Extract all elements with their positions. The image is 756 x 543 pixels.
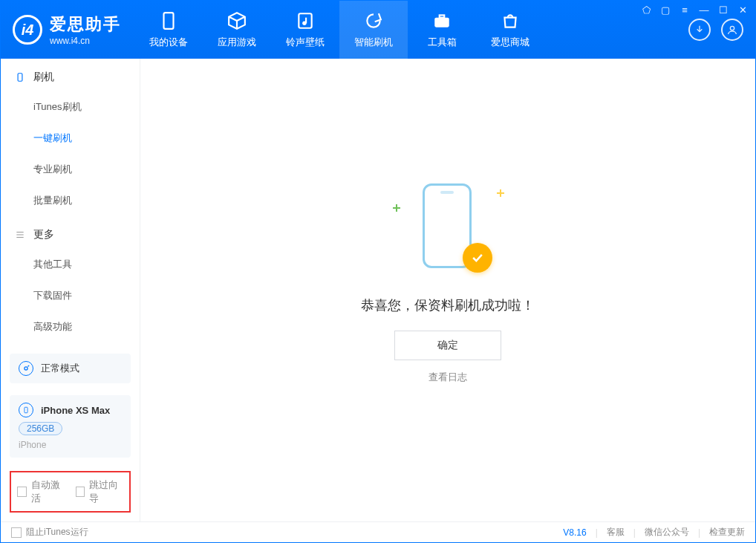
device-name: iPhone XS Max [41,405,110,416]
tab-flash[interactable]: 智能刷机 [339,1,408,59]
mode-label: 正常模式 [41,362,79,375]
tab-apps[interactable]: 应用游戏 [203,1,271,59]
footer-link-check-update[interactable]: 检查更新 [709,526,745,539]
list-icon [14,229,26,241]
sidebar-item-other-tools[interactable]: 其他工具 [33,249,140,280]
checkmark-badge-icon [463,243,492,273]
sparkle-icon [393,204,400,212]
success-message: 恭喜您，保资料刷机成功啦！ [361,296,535,314]
mode-icon [19,361,33,376]
menu-icon[interactable]: ≡ [679,4,691,16]
bag-icon [500,10,521,31]
tab-label: 应用游戏 [218,36,256,49]
checkbox-icon [17,487,27,497]
section-title: 更多 [33,228,54,241]
sidebar-item-oneclick-flash[interactable]: 一键刷机 [33,123,140,154]
tab-toolbox[interactable]: 工具箱 [408,1,476,59]
checkbox-skip-guide[interactable]: 跳过向导 [76,478,124,505]
checkbox-icon [11,527,22,538]
logo-text: 爱思助手 www.i4.cn [50,13,121,46]
separator: | [596,527,598,538]
sidebar-list-more: 其他工具 下载固件 高级功能 [1,249,140,342]
section-title: 刷机 [33,71,54,84]
sidebar-item-pro-flash[interactable]: 专业刷机 [33,154,140,185]
device-icon [19,403,33,417]
app-title: 爱思助手 [50,13,121,36]
logo-icon: i4 [13,15,42,45]
tab-label: 工具箱 [428,36,457,49]
svg-rect-6 [18,74,22,82]
sidebar-section-flash: 刷机 [1,59,140,91]
checkbox-auto-activate[interactable]: 自动激活 [17,478,65,505]
separator: | [698,527,700,538]
sidebar-item-batch-flash[interactable]: 批量刷机 [33,185,140,216]
maximize-button[interactable]: ☐ [717,4,729,16]
logo[interactable]: i4 爱思助手 www.i4.cn [1,13,134,46]
tab-label: 我的设备 [149,36,188,49]
sparkle-icon [497,189,504,197]
sidebar-item-advanced[interactable]: 高级功能 [33,311,140,342]
footer-link-wechat[interactable]: 微信公众号 [645,526,689,539]
close-button[interactable]: ✕ [737,4,749,16]
sidebar-list-flash: iTunes刷机 一键刷机 专业刷机 批量刷机 [1,91,140,216]
nav-tabs: 我的设备 应用游戏 铃声壁纸 智能刷机 工具箱 爱思商城 [134,1,544,59]
toolbox-icon [431,10,452,31]
account-button[interactable] [721,19,743,41]
device-card[interactable]: iPhone XS Max 256GB iPhone [10,395,131,458]
svg-point-5 [730,26,734,30]
tab-my-device[interactable]: 我的设备 [134,1,203,59]
options-box: 自动激活 跳过向导 [10,471,131,513]
svg-point-2 [303,22,306,25]
phone-icon [158,10,179,31]
tab-label: 智能刷机 [354,36,393,49]
footer: 阻止iTunes运行 V8.16 | 客服 | 微信公众号 | 检查更新 [1,521,755,542]
sidebar-section-more: 更多 [1,216,140,249]
success-illustration [396,175,500,279]
tab-store[interactable]: 爱思商城 [476,1,544,59]
svg-rect-4 [440,15,445,17]
svg-rect-8 [25,407,27,413]
skin-icon[interactable]: ▢ [659,4,671,16]
music-icon [295,10,316,31]
sidebar-item-itunes-flash[interactable]: iTunes刷机 [33,91,140,123]
svg-rect-3 [434,18,449,27]
tab-ringtone[interactable]: 铃声壁纸 [271,1,339,59]
svg-point-7 [25,367,27,370]
separator: | [633,527,636,538]
feedback-icon[interactable]: ⬠ [640,4,652,16]
tab-label: 爱思商城 [491,36,529,49]
checkbox-label: 自动激活 [31,478,65,505]
minimize-button[interactable]: — [698,4,710,16]
app-subtitle: www.i4.cn [50,36,121,46]
header-right [688,19,755,41]
device-outline-icon [14,71,26,83]
download-button[interactable] [688,19,711,41]
device-storage: 256GB [19,422,62,435]
view-log-link[interactable]: 查看日志 [428,371,467,384]
footer-link-support[interactable]: 客服 [607,526,625,539]
device-type: iPhone [19,440,46,450]
checkbox-icon [76,487,85,497]
main-content: 恭喜您，保资料刷机成功啦！ 确定 查看日志 [140,59,755,521]
sync-icon [363,10,384,31]
tab-label: 铃声壁纸 [286,36,325,49]
version-label: V8.16 [563,527,586,538]
sidebar: 刷机 iTunes刷机 一键刷机 专业刷机 批量刷机 更多 其他工具 下载固件 … [1,59,140,521]
sidebar-item-download-firmware[interactable]: 下载固件 [33,280,140,311]
ok-button[interactable]: 确定 [394,331,501,360]
svg-rect-0 [164,13,174,29]
cube-icon [227,10,247,31]
mode-card[interactable]: 正常模式 [10,354,131,383]
checkbox-label: 阻止iTunes运行 [26,526,88,539]
checkbox-label: 跳过向导 [89,478,123,505]
window-controls: ⬠ ▢ ≡ — ☐ ✕ [640,4,749,16]
checkbox-block-itunes[interactable]: 阻止iTunes运行 [11,526,88,539]
